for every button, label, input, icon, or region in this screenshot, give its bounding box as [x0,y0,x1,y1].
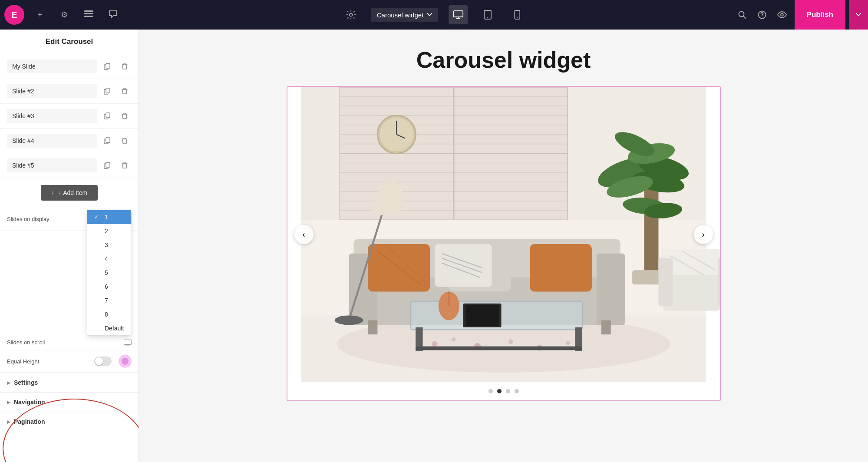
delete-icon-3[interactable] [118,109,132,123]
option-label-7: 7 [105,297,108,304]
toggle-knob [95,357,103,365]
svg-point-6 [487,17,488,18]
settings-icon-btn[interactable]: ⚙ [56,6,73,23]
gear-settings-btn[interactable] [341,5,360,24]
desktop-view-btn[interactable] [449,5,468,24]
svg-rect-61 [530,244,592,292]
dropdown-option-4[interactable]: 4 [87,252,131,266]
carousel-prev-btn[interactable]: ‹ [294,225,314,244]
slide-item-2: Slide #2 [0,79,139,104]
svg-rect-57 [368,320,377,334]
duplicate-icon-5[interactable] [100,158,114,172]
navigation-accordion-header[interactable]: ▶ Navigation [0,393,139,412]
equal-height-toggle[interactable] [94,356,112,366]
mobile-view-btn[interactable] [508,5,527,24]
dropdown-option-2[interactable]: 2 [87,224,131,238]
equal-height-label: Equal Height [7,358,91,365]
slides-list: My Slide Slide #2 [0,54,139,178]
publish-button[interactable]: Publish [795,0,845,30]
chat-icon [109,10,117,20]
navigation-section: ▶ Navigation [0,392,139,412]
dot-2[interactable] [497,389,502,393]
publish-label: Publish [807,10,833,19]
dropdown-option-default[interactable]: Default [87,321,131,335]
slide-label-4: Slide #4 [7,134,97,148]
svg-point-50 [508,339,513,344]
svg-rect-0 [84,10,93,12]
dot-3[interactable] [506,389,510,393]
delete-icon-2[interactable] [118,84,132,98]
slide-label-3: Slide #3 [7,109,97,123]
carousel-next-btn[interactable]: › [694,225,713,244]
svg-point-3 [349,13,352,16]
elementor-logo[interactable]: E [4,5,24,25]
delete-icon-5[interactable] [118,158,132,172]
page-title: Carousel widget [165,47,842,73]
duplicate-icon-4[interactable] [100,134,114,148]
site-name-btn[interactable]: Carousel widget [371,8,439,22]
svg-point-48 [452,337,455,341]
dropdown-option-5[interactable]: 5 [87,266,131,280]
arrow-icon-pagination: ▶ [7,419,10,424]
publish-dropdown-btn[interactable] [849,0,868,30]
dropdown-option-8[interactable]: 8 [87,307,131,321]
pagination-accordion-header[interactable]: ▶ Pagination [0,412,139,431]
add-item-label: + Add Item [58,189,87,196]
delete-icon-4[interactable] [118,134,132,148]
svg-rect-1 [84,13,93,14]
eye-preview-btn[interactable] [773,6,791,24]
option-label-6: 6 [105,283,108,290]
dot-4[interactable] [515,389,519,393]
layers-button[interactable] [80,6,97,23]
pagination-section-label: Pagination [14,418,45,425]
layers-icon [84,10,93,20]
help-icon-btn[interactable] [753,6,771,24]
dot-1[interactable] [488,389,493,393]
svg-point-47 [432,341,437,347]
add-item-button[interactable]: + + Add Item [41,185,98,201]
svg-point-88 [334,315,363,325]
option-label-3: 3 [105,241,108,248]
svg-rect-56 [596,254,625,325]
settings-section-label: Settings [14,379,38,386]
svg-rect-23 [124,340,132,344]
svg-point-11 [762,16,762,17]
svg-rect-14 [106,63,110,68]
option-label-4: 4 [105,255,108,262]
svg-rect-73 [465,305,499,326]
option-label-1: 1 [105,214,108,221]
sidebar-title: Edit Carousel [0,30,139,54]
svg-rect-18 [106,113,110,118]
svg-rect-71 [416,346,582,350]
topbar-center: Carousel widget [341,5,527,24]
duplicate-icon-1[interactable] [100,59,114,73]
svg-rect-76 [644,182,658,277]
chevron-right-icon: › [702,230,705,239]
slide-label-1: My Slide [7,59,97,73]
duplicate-icon-2[interactable] [100,84,114,98]
slides-on-scroll-label: Slides on scroll [7,339,120,346]
slide-item-3: Slide #3 [0,104,139,129]
dropdown-option-6[interactable]: 6 [87,280,131,294]
carousel-pagination [287,382,720,400]
duplicate-icon-3[interactable] [100,109,114,123]
chevron-left-icon: ‹ [303,230,305,239]
slides-display-dropdown: ✓ 1 2 3 4 5 [87,210,131,336]
topbar-right-icons [733,6,791,24]
comments-button[interactable] [104,6,122,23]
settings-accordion-header[interactable]: ▶ Settings [0,373,139,392]
svg-rect-20 [106,138,110,142]
search-icon-btn[interactable] [733,6,751,24]
tablet-view-btn[interactable] [478,5,497,24]
slides-on-display-label: Slides on display [7,216,86,222]
slide-label-2: Slide #2 [7,84,97,98]
add-button[interactable]: + [31,6,49,23]
dropdown-option-1[interactable]: ✓ 1 [87,210,131,224]
dropdown-option-3[interactable]: 3 [87,238,131,252]
svg-point-12 [781,13,783,16]
option-label-5: 5 [105,269,108,276]
delete-icon-1[interactable] [118,59,132,73]
svg-rect-96 [658,258,673,306]
dropdown-option-7[interactable]: 7 [87,294,131,307]
svg-rect-58 [601,320,611,334]
